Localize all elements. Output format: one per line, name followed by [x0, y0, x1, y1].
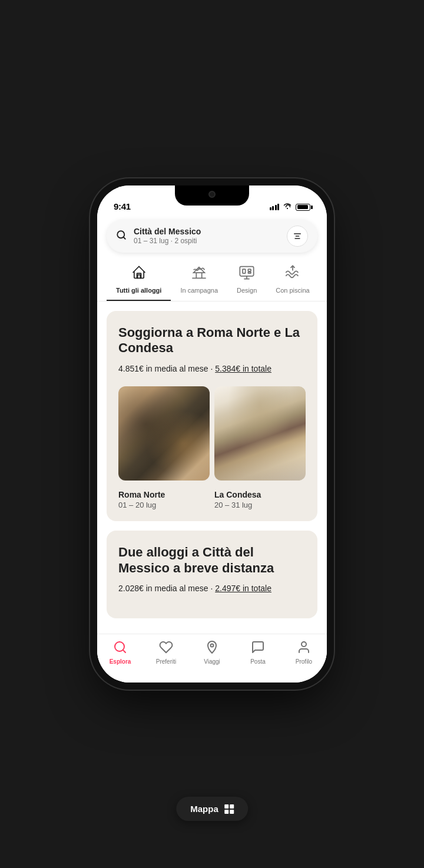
wifi-icon [283, 203, 292, 211]
profilo-label: Profilo [296, 658, 312, 665]
nav-preferiti[interactable]: Preferiti [143, 640, 189, 665]
card-2-price-total: 2.497€ in totale [215, 584, 271, 593]
signal-bar-1 [270, 207, 271, 210]
search-bar[interactable]: Città del Messico 01 – 31 lug · 2 ospiti [107, 220, 317, 253]
scroll-content[interactable]: Città del Messico 01 – 31 lug · 2 ospiti [97, 215, 327, 634]
search-city: Città del Messico [134, 226, 201, 237]
posta-label: Posta [250, 658, 266, 665]
posta-icon [251, 640, 265, 657]
design-icon [238, 264, 255, 284]
nav-viaggi[interactable]: Viaggi [189, 640, 235, 665]
tab-tutti-alloggi[interactable]: Tutti gli alloggi [107, 260, 171, 301]
card-2-price-avg: 2.028€ in media al mese [118, 584, 208, 593]
condesa-dates: 20 – 31 lug [214, 501, 306, 509]
notch [175, 185, 249, 206]
piscina-icon [284, 264, 301, 284]
listing-card-1[interactable]: Soggiorna a Roma Norte e La Condesa 4.85… [107, 311, 317, 521]
viaggi-label: Viaggi [204, 658, 220, 665]
roma-norte-name: Roma Norte [118, 490, 210, 499]
bottom-nav: Esplora Preferiti Viaggi [97, 634, 327, 683]
listing-card-2[interactable]: Due alloggi a Città del Messico a breve … [107, 531, 317, 618]
svg-point-15 [302, 642, 306, 647]
tab-piscina-label: Con piscina [276, 287, 309, 294]
esplora-label: Esplora [110, 658, 131, 665]
main-content: Soggiorna a Roma Norte e La Condesa 4.85… [97, 302, 327, 628]
card-2-title: Due alloggi a Città del Messico a breve … [118, 545, 306, 576]
svg-line-13 [123, 650, 125, 652]
house-icon [131, 264, 147, 284]
campagna-icon [191, 264, 207, 284]
viaggi-icon [205, 640, 219, 657]
search-text: Città del Messico 01 – 31 lug · 2 ospiti [134, 226, 201, 246]
nav-esplora[interactable]: Esplora [97, 640, 143, 665]
preferiti-label: Preferiti [156, 658, 176, 665]
card-2-price: 2.028€ in media al mese · 2.497€ in tota… [118, 583, 306, 595]
phone-frame: 9:41 [97, 185, 327, 683]
battery-icon [296, 204, 310, 211]
property-info: Roma Norte 01 – 20 lug La Condesa 20 – 3… [118, 490, 306, 509]
tab-campagna[interactable]: In campagna [171, 260, 227, 301]
roma-norte-image[interactable] [118, 386, 210, 481]
battery-fill [297, 205, 308, 209]
signal-bar-2 [272, 206, 274, 210]
search-details: 01 – 31 lug · 2 ospiti [134, 237, 201, 246]
nav-posta[interactable]: Posta [235, 640, 281, 665]
tab-campagna-label: In campagna [180, 287, 218, 294]
category-tabs: Tutti gli alloggi In campagna [97, 260, 327, 302]
svg-rect-7 [240, 267, 253, 276]
phone-screen: 9:41 [97, 185, 327, 683]
camera [208, 191, 216, 198]
tab-piscina[interactable]: Con piscina [266, 260, 319, 301]
svg-rect-10 [248, 272, 251, 273]
card-1-price-avg: 4.851€ in media al mese [118, 364, 208, 373]
nav-profilo[interactable]: Profilo [281, 640, 327, 665]
status-icons [270, 203, 311, 211]
signal-bar-4 [277, 204, 279, 210]
esplora-icon [113, 640, 127, 657]
signal-icon [270, 204, 280, 210]
roma-norte-dates: 01 – 20 lug [118, 501, 210, 509]
search-left: Città del Messico 01 – 31 lug · 2 ospiti [116, 226, 201, 246]
condesa-name: La Condesa [214, 490, 306, 499]
svg-rect-9 [248, 269, 251, 271]
card-1-title: Soggiorna a Roma Norte e La Condesa [118, 325, 306, 356]
property-roma-norte: Roma Norte 01 – 20 lug [118, 490, 210, 509]
property-images [118, 386, 306, 481]
condesa-image[interactable] [214, 386, 306, 481]
tab-design-label: Design [237, 287, 257, 294]
signal-bar-3 [275, 205, 277, 210]
card-1-price-total: 5.384€ in totale [215, 364, 271, 373]
svg-point-14 [211, 644, 214, 647]
status-time: 9:41 [114, 201, 131, 211]
filter-button[interactable] [287, 226, 308, 247]
preferiti-icon [159, 640, 173, 657]
svg-rect-8 [243, 269, 246, 273]
profilo-icon [297, 640, 311, 657]
tab-design[interactable]: Design [227, 260, 266, 301]
svg-line-2 [123, 237, 125, 238]
tab-tutti-label: Tutti gli alloggi [116, 287, 161, 294]
search-icon [116, 230, 127, 243]
svg-point-0 [287, 208, 288, 209]
card-1-price: 4.851€ in media al mese · 5.384€ in tota… [118, 363, 306, 375]
property-condesa: La Condesa 20 – 31 lug [214, 490, 306, 509]
